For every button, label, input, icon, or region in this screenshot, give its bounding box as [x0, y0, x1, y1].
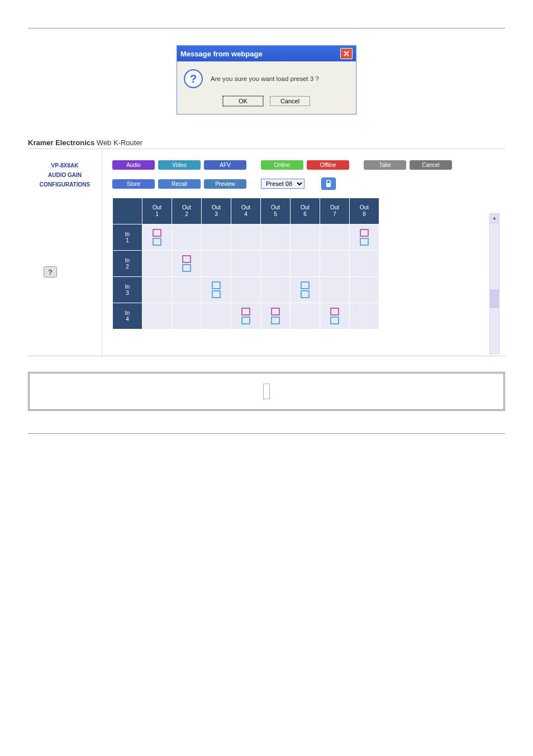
dialog-message: Are you sure you want load preset 3 ?	[211, 75, 319, 82]
matrix-header-row: Out1 Out2 Out3 Out4 Out5 Out6 Out7 Out8	[113, 198, 379, 224]
router-body: VP-8X8AK AUDIO GAIN CONFIGURATIONS ? Aud…	[28, 149, 505, 356]
crosspoint-4-8[interactable]	[350, 303, 379, 329]
crosspoint-4-3[interactable]	[202, 303, 231, 329]
crosspoint-2-6[interactable]	[291, 251, 320, 277]
col-out-8: Out8	[350, 198, 379, 224]
preset-select[interactable]: Preset 08	[261, 179, 304, 189]
video-button[interactable]: Video	[158, 160, 201, 170]
recall-button[interactable]: Recall	[158, 179, 201, 189]
product-label: Web K-Router	[97, 138, 142, 147]
crosspoint-2-5[interactable]	[261, 251, 291, 277]
scroll-thumb[interactable]	[490, 289, 499, 308]
col-out-5: Out5	[261, 198, 291, 224]
crosspoint-3-8[interactable]	[350, 277, 379, 303]
main-panel: Audio Video AFV Online Offline Take Canc…	[102, 149, 505, 356]
crosspoint-icon	[271, 308, 280, 324]
crosspoint-4-2[interactable]	[172, 303, 202, 329]
col-out-3: Out3	[202, 198, 231, 224]
row-in-2: In2	[113, 251, 142, 277]
svg-rect-0	[326, 183, 331, 187]
crosspoint-1-2[interactable]	[172, 224, 202, 251]
crosspoint-2-7[interactable]	[320, 251, 350, 277]
col-out-4: Out4	[231, 198, 261, 224]
scroll-up-arrow[interactable]: ▲	[490, 214, 499, 223]
crosspoint-2-8[interactable]	[350, 251, 379, 277]
row-in-1: In1	[113, 224, 142, 251]
col-out-2: Out2	[172, 198, 202, 224]
col-out-7: Out7	[320, 198, 350, 224]
col-out-1: Out1	[142, 198, 172, 224]
crosspoint-4-6[interactable]	[291, 303, 320, 329]
lock-icon	[325, 180, 332, 188]
crosspoint-icon	[153, 229, 161, 246]
sidebar-item-model[interactable]: VP-8X8AK	[31, 162, 98, 169]
crosspoint-3-1[interactable]	[142, 277, 172, 303]
crosspoint-2-1[interactable]	[142, 251, 172, 277]
crosspoint-1-5[interactable]	[261, 224, 291, 251]
crosspoint-1-6[interactable]	[291, 224, 320, 251]
second-button-row: Store Recall Preview Preset 08	[112, 178, 505, 190]
question-icon: ?	[184, 69, 203, 88]
crosspoint-4-5[interactable]	[261, 303, 291, 329]
preview-button[interactable]: Preview	[204, 179, 246, 189]
row-in-4: In4	[113, 303, 142, 329]
offline-button[interactable]: Offline	[307, 160, 349, 170]
crosspoint-3-2[interactable]	[172, 277, 202, 303]
crosspoint-3-7[interactable]	[320, 277, 350, 303]
crosspoint-icon	[360, 229, 369, 246]
sidebar-item-audio-gain[interactable]: AUDIO GAIN	[31, 172, 98, 178]
crosspoint-3-4[interactable]	[231, 277, 261, 303]
crosspoint-1-4[interactable]	[231, 224, 261, 251]
afv-button[interactable]: AFV	[204, 160, 246, 170]
dialog-footer: OK Cancel	[177, 93, 356, 114]
crosspoint-1-7[interactable]	[320, 224, 350, 251]
matrix-row: In3	[113, 277, 379, 303]
dialog-body: ? Are you sure you want load preset 3 ?	[177, 61, 356, 93]
lock-button[interactable]	[321, 178, 336, 190]
row-in-3: In3	[113, 277, 142, 303]
crosspoint-1-8[interactable]	[350, 224, 379, 251]
store-button[interactable]: Store	[112, 179, 155, 189]
audio-button[interactable]: Audio	[112, 160, 155, 170]
crosspoint-3-5[interactable]	[261, 277, 291, 303]
brand-label: Kramer Electronics	[28, 138, 94, 147]
crosspoint-icon	[330, 308, 339, 324]
crosspoint-4-7[interactable]	[320, 303, 350, 329]
online-button[interactable]: Online	[261, 160, 303, 170]
dialog-title: Message from webpage	[180, 50, 340, 58]
crosspoint-icon	[301, 281, 310, 298]
crosspoint-2-3[interactable]	[202, 251, 231, 277]
scrollbar[interactable]: ▲	[489, 213, 499, 354]
top-button-row: Audio Video AFV Online Offline Take Canc…	[112, 160, 505, 170]
matrix-row: In1	[113, 224, 379, 251]
sidebar-item-configurations[interactable]: CONFIGURATIONS	[31, 181, 98, 188]
crosspoint-2-4[interactable]	[231, 251, 261, 277]
note-divider	[263, 384, 270, 399]
crosspoint-3-3[interactable]	[202, 277, 231, 303]
message-dialog: Message from webpage ? Are you sure you …	[177, 45, 356, 114]
help-button[interactable]: ?	[44, 266, 57, 277]
crosspoint-icon	[241, 308, 250, 324]
cancel-button[interactable]: Cancel	[270, 96, 310, 106]
crosspoint-icon	[182, 255, 191, 272]
matrix-row: In4	[113, 303, 379, 329]
crosspoint-1-3[interactable]	[202, 224, 231, 251]
cancel-button-router[interactable]: Cancel	[410, 160, 452, 170]
close-icon[interactable]	[340, 48, 353, 59]
matrix-row: In2	[113, 251, 379, 277]
col-out-6: Out6	[291, 198, 320, 224]
dialog-titlebar: Message from webpage	[177, 46, 356, 61]
take-button[interactable]: Take	[364, 160, 406, 170]
crosspoint-4-1[interactable]	[142, 303, 172, 329]
bottom-rule	[28, 433, 505, 434]
crosspoint-matrix: Out1 Out2 Out3 Out4 Out5 Out6 Out7 Out8 …	[112, 198, 379, 329]
router-title: Kramer Electronics Web K-Router	[28, 137, 505, 149]
ok-button[interactable]: OK	[223, 96, 263, 106]
crosspoint-icon	[212, 281, 221, 298]
crosspoint-3-6[interactable]	[291, 277, 320, 303]
crosspoint-4-4[interactable]	[231, 303, 261, 329]
matrix-corner	[113, 198, 142, 224]
crosspoint-1-1[interactable]	[142, 224, 172, 251]
crosspoint-2-2[interactable]	[172, 251, 202, 277]
note-box	[28, 372, 505, 411]
